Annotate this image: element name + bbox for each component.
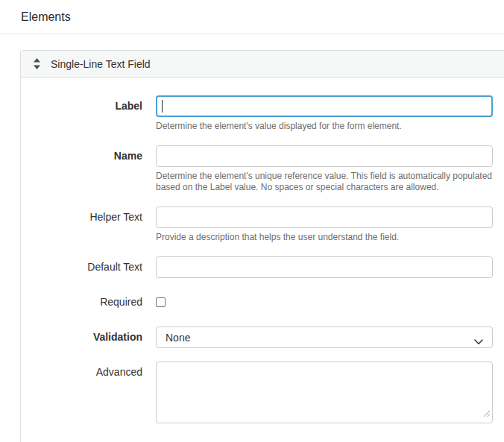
advanced-field-control	[156, 362, 493, 423]
name-help-text: Determine the element's unique reference…	[156, 171, 493, 193]
panel-title: Single-Line Text Field	[51, 58, 151, 70]
validation-field-control: None	[156, 326, 493, 348]
helper-text-input[interactable]	[156, 206, 493, 228]
validation-select[interactable]: None	[156, 326, 493, 348]
element-settings-panel: Single-Line Text Field Label Determine t…	[20, 50, 504, 442]
form-group-default-text: Default Text	[21, 256, 492, 278]
required-field-label: Required	[21, 291, 142, 313]
label-field-label: Label	[21, 95, 142, 117]
validation-field-label: Validation	[21, 326, 142, 348]
required-field-control	[156, 291, 493, 307]
name-input[interactable]	[156, 145, 493, 167]
default-text-field-label: Default Text	[21, 256, 142, 278]
label-field-control: Determine the element's value displayed …	[156, 95, 493, 132]
label-help-text: Determine the element's value displayed …	[156, 121, 493, 132]
form-group-label: Label Determine the element's value disp…	[21, 95, 492, 132]
sort-up-down-icon	[34, 58, 40, 69]
panel-body: Label Determine the element's value disp…	[21, 78, 504, 441]
form-group-advanced: Advanced	[21, 362, 492, 423]
form-group-name: Name Determine the element's unique refe…	[21, 145, 492, 193]
name-field-control: Determine the element's unique reference…	[156, 145, 493, 193]
panel-header[interactable]: Single-Line Text Field	[21, 51, 504, 78]
default-text-input[interactable]	[156, 256, 493, 278]
required-checkbox[interactable]	[156, 297, 166, 307]
helper-text-field-label: Helper Text	[21, 206, 142, 228]
name-field-label: Name	[21, 145, 142, 167]
helper-text-help-text: Provide a description that helps the use…	[156, 232, 493, 243]
advanced-field-label: Advanced	[21, 362, 142, 383]
page-title: Elements	[21, 10, 504, 24]
page-header: Elements	[0, 0, 504, 34]
text-cursor	[162, 100, 163, 113]
advanced-textarea[interactable]	[156, 362, 493, 423]
helper-text-field-control: Provide a description that helps the use…	[156, 206, 493, 243]
label-input[interactable]	[156, 95, 493, 117]
form-group-validation: Validation None	[21, 326, 492, 348]
form-group-helper-text: Helper Text Provide a description that h…	[21, 206, 492, 243]
default-text-field-control	[156, 256, 493, 278]
form-group-required: Required	[21, 291, 492, 313]
